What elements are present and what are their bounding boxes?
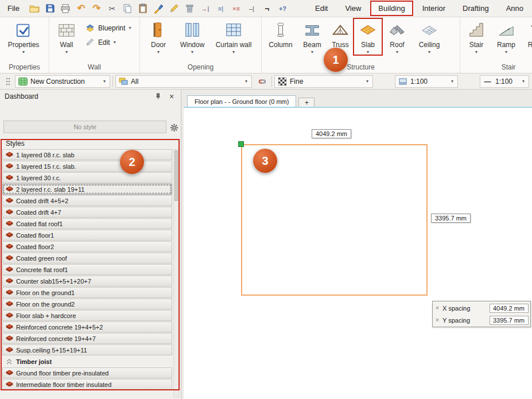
cut-icon[interactable] (104, 1, 120, 16)
status-toolbar: New Construction All Fine 1:100 1:100 (0, 73, 532, 90)
style-list-item[interactable]: 2 layered r.c. slab 19+11 (2, 184, 172, 195)
styles-scrollbar[interactable] (173, 149, 179, 397)
menu-annotate[interactable]: Anno (498, 0, 532, 17)
slab-button[interactable]: Slab (354, 18, 382, 55)
style-filter-placeholder: No style (73, 123, 96, 130)
y-clear-icon[interactable]: × (434, 317, 440, 323)
paste-icon[interactable] (135, 1, 151, 16)
dropdown-arrow-icon (519, 79, 527, 83)
edit-button[interactable]: Edit (85, 37, 131, 47)
dimension-icon[interactable] (213, 1, 228, 16)
menu-drafting[interactable]: Drafting (454, 0, 498, 17)
curtain-wall-button[interactable]: Curtain wall (210, 18, 257, 55)
dimension-style-icon[interactable] (244, 1, 259, 16)
style-list-item[interactable]: Coated flat roof1 (2, 218, 172, 229)
door-label: Door (151, 41, 166, 49)
open-folder-icon[interactable] (27, 1, 42, 16)
dropdown-arrow-icon (363, 79, 371, 83)
x-spacing-value-input[interactable]: 4049.2 mm (490, 304, 529, 313)
style-list-item[interactable]: Floor on the ground2 (2, 299, 172, 309)
angle-dimension-icon[interactable] (259, 1, 275, 16)
style-list-item[interactable]: Floor on the ground1 (2, 287, 172, 298)
undo-icon[interactable] (73, 1, 89, 16)
measure-distance-icon[interactable] (197, 1, 213, 16)
redo-icon[interactable] (89, 1, 104, 16)
stair-button[interactable]: Stair (463, 18, 490, 55)
style-list-item[interactable]: 1 layered 08 r.c. slab (2, 149, 172, 160)
blueprint-button[interactable]: Blueprint (85, 23, 131, 33)
roof-icon (387, 20, 407, 40)
dropdown-arrow-icon (100, 79, 108, 83)
style-list-item[interactable]: 1 layered 30 r.c. (2, 172, 172, 183)
style-list-item[interactable]: Timber joist (2, 356, 172, 367)
door-button[interactable]: Door (142, 18, 174, 55)
menu-interior[interactable]: Interior (414, 0, 454, 17)
ceiling-button[interactable]: Ceiling (412, 18, 446, 55)
y-spacing-label: Y spacing (442, 317, 475, 324)
quality-combo[interactable]: Fine (274, 75, 373, 88)
new-view-tab-button[interactable]: + (298, 98, 314, 107)
delete-icon[interactable] (182, 1, 197, 16)
style-name: Intermediate floor timber insulated (16, 381, 111, 388)
column-button[interactable]: Column (264, 18, 297, 55)
style-list-item[interactable]: Coated green roof (2, 253, 172, 264)
edit-pencil-icon[interactable] (166, 1, 182, 16)
dropdown-arrow-icon (505, 50, 507, 54)
ramp-label: Ramp (497, 41, 515, 49)
link-layers-button[interactable] (255, 75, 269, 88)
wall-button[interactable]: Wall (52, 18, 81, 55)
dropdown-arrow-icon (114, 40, 116, 44)
scrollbar-thumb[interactable] (174, 150, 178, 201)
style-list-item[interactable]: Intermediate floor timber insulated (2, 379, 172, 390)
style-filter-input[interactable]: No style (3, 121, 166, 133)
stair-label: Stair (469, 41, 484, 49)
copy-icon[interactable] (120, 1, 135, 16)
window-button[interactable]: Window (174, 18, 210, 55)
railing-button[interactable]: Railing (522, 18, 532, 55)
beam-button[interactable]: Beam (297, 18, 327, 55)
style-list-item[interactable]: Coated drift 4+7 (2, 207, 172, 218)
tab-floor-plan[interactable]: Floor plan - - Ground floor (0 mm) (187, 95, 296, 107)
print-icon[interactable] (58, 1, 73, 16)
menu-building[interactable]: Building (370, 0, 413, 17)
delete-dimension-icon[interactable] (228, 1, 244, 16)
ramp-button[interactable]: Ramp (490, 18, 522, 55)
style-name: Counter slab15+5+1+20+7 (16, 278, 91, 285)
construction-mode-combo[interactable]: New Construction (15, 75, 110, 88)
scale-label: 1:100 (410, 78, 428, 86)
roof-button[interactable]: Roof (382, 18, 412, 55)
gear-icon[interactable] (169, 122, 179, 133)
properties-button[interactable]: Properties (2, 18, 45, 55)
quick-dimension-icon[interactable] (275, 1, 290, 16)
scale-combo[interactable]: 1:100 (395, 75, 458, 88)
style-list-item[interactable]: Coated floor2 (2, 241, 172, 252)
line-scale-combo[interactable]: 1:100 (480, 75, 529, 88)
style-list-item[interactable]: Coated floor1 (2, 230, 172, 241)
layer-combo[interactable]: All (115, 75, 252, 88)
pin-icon[interactable] (153, 92, 162, 101)
menu-edit[interactable]: Edit (306, 0, 336, 17)
style-list-item[interactable]: Floor slab + hardcore (2, 310, 172, 321)
slab-style-icon (5, 266, 13, 273)
y-spacing-value-input[interactable]: 3395.7 mm (490, 316, 529, 325)
style-list-item[interactable]: Reinforced concrete 19+4+5+2 (2, 321, 172, 332)
x-clear-icon[interactable]: × (434, 305, 440, 311)
style-list-item[interactable]: Susp.ceiling 5+15+19+11 (2, 344, 172, 355)
style-list-item[interactable]: Reinforced concrete 19+4+7 (2, 333, 172, 344)
style-list-item[interactable]: Counter slab15+5+1+20+7 (2, 276, 172, 286)
style-list-item[interactable]: Concrete flat roof1 (2, 264, 172, 275)
style-name: Reinforced concrete 19+4+7 (16, 335, 96, 342)
save-icon[interactable] (42, 1, 58, 16)
drawing-canvas[interactable]: 4049.2 mm 3395.7 mm × X spacing 4049.2 m… (184, 107, 532, 399)
group-name-structure: Structure (262, 61, 460, 73)
style-list-item[interactable]: Coated drift 4+5+2 (2, 195, 172, 206)
slab-style-icon (5, 197, 13, 204)
menu-view[interactable]: View (336, 0, 370, 17)
corner-handle[interactable] (238, 141, 244, 147)
toolbar-handle-icon[interactable] (1, 75, 15, 88)
style-list-item[interactable]: 1 layered 15 r.c. slab. (2, 161, 172, 172)
format-painter-icon[interactable] (151, 1, 166, 16)
file-menu-button[interactable]: File (0, 0, 27, 17)
close-icon[interactable] (167, 92, 176, 101)
style-list-item[interactable]: Ground floor timber pre-insulated (2, 367, 172, 378)
